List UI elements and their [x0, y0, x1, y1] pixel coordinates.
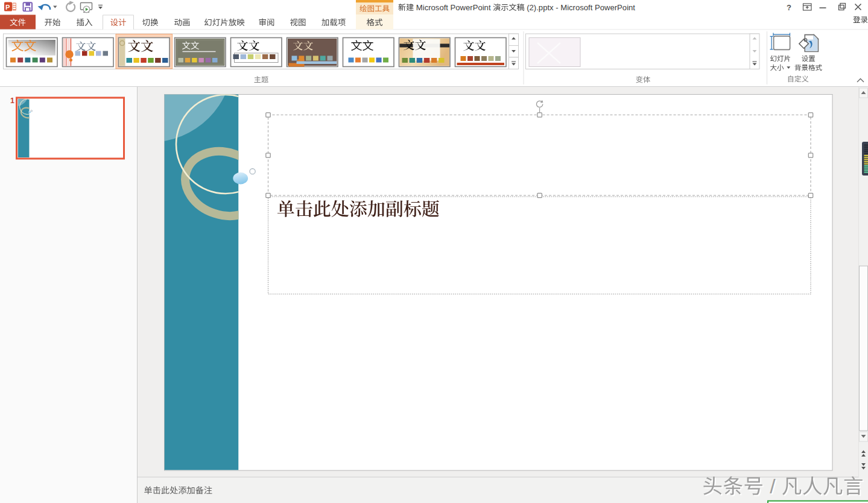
- svg-text:1: 1: [10, 96, 14, 105]
- svg-text:/: /: [764, 475, 782, 498]
- svg-text:?: ?: [787, 3, 791, 12]
- svg-text:P: P: [5, 4, 10, 11]
- svg-text:Microsoft PowerPoint: Microsoft PowerPoint: [414, 3, 493, 12]
- svg-text:(2).pptx - Microsoft PowerPoin: (2).pptx - Microsoft PowerPoint: [525, 3, 636, 12]
